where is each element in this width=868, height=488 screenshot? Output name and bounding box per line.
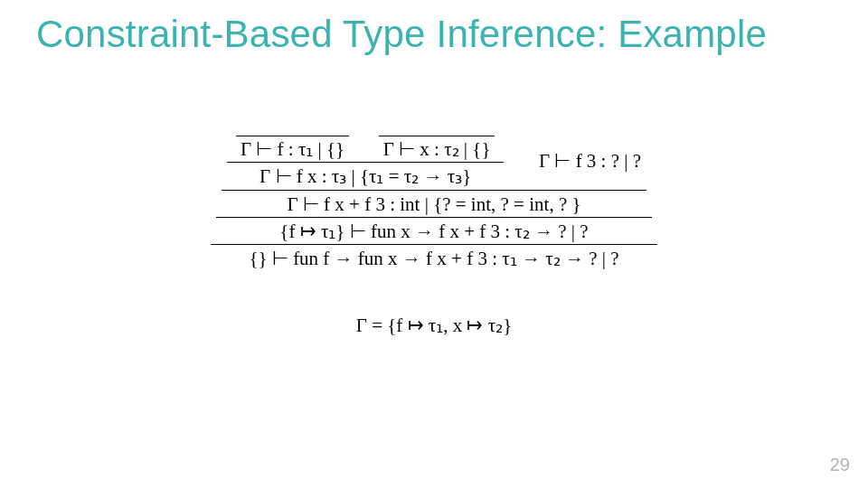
axiom-x: Γ ⊢ x : τ₂ | {}	[379, 136, 495, 162]
plus-conclusion: Γ ⊢ f x + f 3 : int | {? = int, ? = int,…	[222, 190, 646, 217]
fun-f-conclusion: {} ⊢ fun f → fun x → f x + f 3 : τ₁ → τ₂…	[211, 244, 657, 271]
gamma-definition: Γ = {f ↦ τ₁, x ↦ τ₂}	[356, 313, 513, 338]
slide: Constraint-Based Type Inference: Example…	[0, 0, 868, 488]
plus-rule: Γ ⊢ f : τ₁ | {} Γ ⊢ x : τ₂ | {} Γ ⊢ f x …	[222, 136, 646, 217]
derivation-tree: Γ ⊢ f : τ₁ | {} Γ ⊢ x : τ₂ | {} Γ ⊢ f x …	[211, 136, 657, 272]
page-number: 29	[830, 455, 850, 475]
app-f3: Γ ⊢ f 3 : ? | ?	[539, 150, 641, 172]
derivation-content: Γ ⊢ f : τ₁ | {} Γ ⊢ x : τ₂ | {} Γ ⊢ f x …	[0, 136, 868, 338]
app-fx-rule: Γ ⊢ f : τ₁ | {} Γ ⊢ x : τ₂ | {} Γ ⊢ f x …	[227, 136, 505, 190]
app-fx-conclusion: Γ ⊢ f x : τ₃ | {τ₁ = τ₂ → τ₃}	[227, 162, 505, 189]
fun-x-rule: Γ ⊢ f : τ₁ | {} Γ ⊢ x : τ₂ | {} Γ ⊢ f x …	[216, 136, 652, 244]
axiom-f: Γ ⊢ f : τ₁ | {}	[236, 136, 349, 162]
slide-title: Constraint-Based Type Inference: Example	[36, 13, 832, 56]
fun-x-conclusion: {f ↦ τ₁} ⊢ fun x → f x + f 3 : τ₂ → ? | …	[216, 217, 652, 244]
